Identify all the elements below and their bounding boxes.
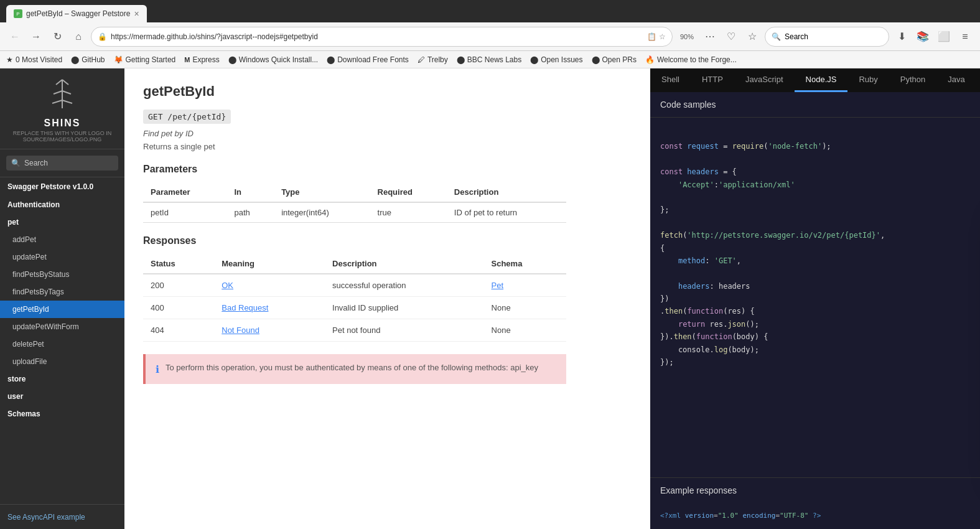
sidebar-footer: See AsyncAPI example (0, 504, 124, 529)
async-api-link[interactable]: See AsyncAPI example (7, 513, 85, 522)
home-button[interactable]: ⌂ (70, 28, 87, 45)
resp-col-schema: Schema (484, 254, 566, 274)
sidebar-user[interactable]: user (0, 388, 124, 405)
sidebar-pet[interactable]: pet (0, 213, 124, 231)
params-table: Parameter In Type Required Description p… (143, 182, 566, 223)
search-icon: 🔍 (772, 32, 781, 41)
tab-favicon: P (14, 9, 22, 18)
firefox-icon: 🦊 (114, 55, 123, 64)
bookmark-open-issues[interactable]: ⬤ Open Issues (530, 55, 582, 64)
tab-bar: P getPetById – Swagger Petstore × (0, 0, 980, 22)
sidebar-search[interactable]: 🔍 Search (0, 149, 124, 177)
tab-python[interactable]: Python (889, 68, 936, 92)
svg-line-3 (54, 91, 62, 94)
library-icon[interactable]: 📚 (914, 28, 931, 45)
tab-ruby[interactable]: Ruby (847, 68, 889, 92)
bookmark-label: Express (192, 55, 219, 64)
forward-button[interactable]: → (27, 28, 45, 45)
resp-schema-200: Pet (484, 274, 566, 297)
bookmark-github[interactable]: ⬤ GitHub (71, 55, 105, 64)
param-type: integer(int64) (274, 202, 370, 223)
resp-col-status: Status (143, 254, 214, 274)
tab-java[interactable]: Java (936, 68, 976, 92)
tab-title: getPetById – Swagger Petstore (26, 9, 130, 18)
forge-icon: 🔥 (645, 55, 655, 64)
api-description: Returns a single pet (143, 142, 566, 151)
sidebar-item-findpetsbytags[interactable]: findPetsByTags (0, 283, 124, 301)
sidebar-schemas[interactable]: Schemas (0, 405, 124, 423)
tab-close-button[interactable]: × (134, 9, 139, 19)
sidebar-store[interactable]: store (0, 370, 124, 388)
bookmark-fonts[interactable]: ⬤ Download Free Fonts (327, 55, 409, 64)
svg-line-1 (56, 80, 62, 85)
svg-line-2 (62, 80, 68, 85)
bookmark-bbc[interactable]: ⬤ BBC News Labs (457, 55, 521, 64)
tab-nodejs[interactable]: Node.JS (795, 68, 848, 92)
code-section-title: Code samples (650, 92, 980, 118)
svg-line-5 (52, 100, 62, 103)
back-button[interactable]: ← (6, 28, 24, 45)
bookmark-icon[interactable]: 📋 (647, 32, 656, 41)
issues-icon: ⬤ (530, 55, 538, 64)
sidebar: SHINS Replace this with your logo in sou… (0, 68, 124, 529)
bookmark-label: BBC News Labs (467, 55, 521, 64)
sidebar-auth[interactable]: Authentication (0, 196, 124, 213)
reload-button[interactable]: ↻ (49, 28, 66, 45)
bookmark-open-prs[interactable]: ⬤ Open PRs (592, 55, 637, 64)
responses-table: Status Meaning Description Schema 200 OK… (143, 254, 566, 342)
nav-bar: ← → ↻ ⌂ 🔒 https://mermade.github.io/shin… (0, 22, 980, 51)
search-bar[interactable]: 🔍 Search (765, 27, 889, 47)
sidebar-item-getpetbyid[interactable]: getPetById (0, 301, 124, 318)
param-name: petId (143, 202, 226, 223)
url-bar[interactable]: 🔒 https://mermade.github.io/shins/?javas… (91, 27, 673, 47)
tab-javascript[interactable]: JavaScript (734, 68, 795, 92)
sidebar-item-deletepet[interactable]: deletePet (0, 335, 124, 353)
bookmark-getting-started[interactable]: 🦊 Getting Started (114, 55, 176, 64)
sidebar-item-uploadfile[interactable]: uploadFile (0, 353, 124, 370)
bookmark-windows[interactable]: ⬤ Windows Quick Install... (228, 55, 318, 64)
active-tab[interactable]: P getPetById – Swagger Petstore × (6, 5, 147, 22)
sidebar-item-updatepetwithform[interactable]: updatePetWithForm (0, 318, 124, 335)
resp-meaning-200: OK (214, 274, 325, 297)
resp-meaning-link-404[interactable]: Not Found (222, 325, 259, 335)
resp-status-200: 200 (143, 274, 214, 297)
code-const1: const (660, 142, 683, 151)
bookmark-express[interactable]: M Express (184, 55, 220, 64)
sidebar-item-addpet[interactable]: addPet (0, 231, 124, 248)
resp-status-404: 404 (143, 319, 214, 342)
params-col-parameter: Parameter (143, 182, 226, 202)
code-tabs: Shell HTTP JavaScript Node.JS Ruby Pytho… (650, 68, 980, 92)
page-content: SHINS Replace this with your logo in sou… (0, 68, 980, 529)
tab-shell[interactable]: Shell (650, 68, 691, 92)
param-required: true (370, 202, 447, 223)
sidebar-search-input[interactable]: 🔍 Search (6, 156, 118, 171)
tab-http[interactable]: HTTP (691, 68, 734, 92)
bookmark-trelby[interactable]: 🖊 Trelby (418, 55, 448, 64)
sidebar-item-updatepet[interactable]: updatePet (0, 248, 124, 266)
search-label: Search (24, 159, 48, 167)
resp-meaning-link-200[interactable]: OK (222, 281, 233, 290)
pocket-icon[interactable]: ♡ (722, 28, 740, 45)
bookmark-forge[interactable]: 🔥 Welcome to the Forge... (645, 55, 737, 64)
download-icon[interactable]: ⬇ (893, 28, 910, 45)
response-row-200: 200 OK successful operation Pet (143, 274, 566, 297)
bookmark-label: Welcome to the Forge... (657, 55, 737, 64)
resp-meaning-link-400[interactable]: Bad Request (222, 303, 268, 312)
menu-icon[interactable]: ≡ (956, 28, 974, 45)
auth-warning-text: To perform this operation, you must be a… (166, 363, 538, 372)
more-options-icon[interactable]: ⋯ (701, 28, 719, 45)
star-icon: ★ (6, 55, 13, 64)
bookmark-label: Windows Quick Install... (239, 55, 318, 64)
reader-mode-icon[interactable]: ☆ (744, 28, 761, 45)
zoom-badge: 90% (676, 32, 698, 42)
info-icon: ℹ (156, 363, 159, 375)
bookmark-label: Open Issues (541, 55, 582, 64)
resp-schema-link-200[interactable]: Pet (492, 281, 504, 290)
bookmark-most-visited[interactable]: ★ 0 Most Visited (6, 55, 62, 64)
auth-warning: ℹ To perform this operation, you must be… (143, 354, 566, 384)
code-block: const request = require('node-fetch'); c… (650, 118, 980, 477)
example-code: <?xml version="1.0" encoding="UTF-8" ?> (650, 503, 980, 529)
sidebar-item-findpetsbystatus[interactable]: findPetsByStatus (0, 266, 124, 283)
sync-icon[interactable]: ⬜ (935, 28, 953, 45)
share-icon[interactable]: ☆ (659, 32, 666, 41)
